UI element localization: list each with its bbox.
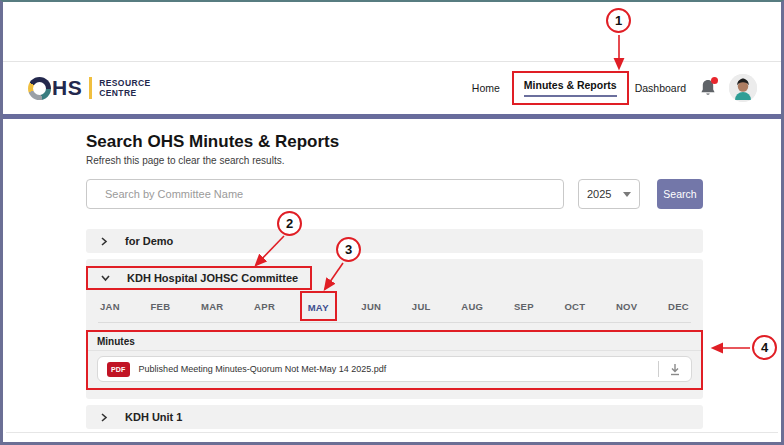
app-header: HS RESOURCE CENTRE Home Minutes & Report…: [3, 61, 781, 114]
minutes-divider: [88, 350, 701, 351]
month-tab-nov[interactable]: NOV: [616, 301, 638, 312]
month-tab-oct[interactable]: OCT: [564, 301, 585, 312]
month-tab-jun[interactable]: JUN: [361, 301, 381, 312]
annotation-box-minutes-reports: Minutes & Reports: [512, 71, 629, 105]
ohs-ring-icon: [28, 77, 51, 100]
nav-item-dashboard[interactable]: Dashboard: [635, 82, 686, 94]
search-button[interactable]: Search: [657, 179, 703, 209]
logo-divider: [89, 77, 92, 99]
nav-item-minutes-reports[interactable]: Minutes & Reports: [524, 79, 617, 91]
month-tab-aug[interactable]: AUG: [461, 301, 483, 312]
committee-accordion-list: for Demo KDH Hospital JOHSC Committee JA…: [86, 229, 703, 429]
month-tab-jan[interactable]: JAN: [100, 301, 120, 312]
chevron-down-icon: [101, 274, 110, 282]
committee-search-input[interactable]: [86, 179, 564, 209]
committee-name: for Demo: [125, 235, 173, 247]
minutes-file-name: Published Meeting Minutes-Quorum Not Met…: [139, 364, 658, 374]
logo-brand-text: HS: [52, 76, 82, 100]
footer-separator: [6, 432, 778, 433]
chevron-down-icon: [623, 192, 631, 197]
accordion-row-kdh-unit-1[interactable]: KDH Unit 1: [86, 405, 703, 429]
accordion-row-for-demo[interactable]: for Demo: [86, 229, 703, 253]
search-page: Search OHS Minutes & Reports Refresh thi…: [3, 119, 781, 429]
active-nav-underline: [524, 95, 617, 97]
top-margin-strip: [3, 2, 781, 61]
notification-dot: [711, 77, 718, 84]
avatar-image: [729, 74, 757, 102]
year-select[interactable]: 2025: [578, 179, 640, 209]
main-nav: Home Minutes & Reports Dashboard: [472, 71, 757, 105]
committee-name: KDH Hospital JOHSC Committee: [127, 272, 298, 284]
month-tab-mar[interactable]: MAR: [201, 301, 224, 312]
month-tab-may[interactable]: MAY: [308, 302, 329, 313]
year-select-value: 2025: [587, 188, 611, 200]
download-button[interactable]: [659, 357, 691, 381]
annotation-box-may: MAY: [300, 291, 337, 321]
pdf-icon: PDF: [107, 362, 130, 377]
chevron-right-icon: [100, 413, 108, 422]
annotation-box-committee-header[interactable]: KDH Hospital JOHSC Committee: [86, 266, 312, 290]
month-tab-sep[interactable]: SEP: [514, 301, 534, 312]
chevron-right-icon: [100, 237, 108, 246]
nav-item-home[interactable]: Home: [472, 82, 500, 94]
month-tab-dec[interactable]: DEC: [668, 301, 689, 312]
months-divider: [98, 322, 691, 323]
ohs-logo: HS RESOURCE CENTRE: [28, 76, 151, 100]
month-tab-apr[interactable]: APR: [254, 301, 275, 312]
committee-name: KDH Unit 1: [125, 411, 182, 423]
page-title: Search OHS Minutes & Reports: [86, 132, 703, 152]
month-tab-feb[interactable]: FEB: [150, 301, 170, 312]
app-window: HS RESOURCE CENTRE Home Minutes & Report…: [0, 0, 784, 445]
month-tabs: JAN FEB MAR APR MAY JUN JUL AUG SEP OCT …: [86, 297, 703, 315]
minutes-section-label: Minutes: [97, 336, 692, 347]
minutes-file-row[interactable]: PDF Published Meeting Minutes-Quorum Not…: [97, 356, 692, 382]
accordion-section-kdh-hospital: KDH Hospital JOHSC Committee JAN FEB MAR…: [86, 259, 703, 399]
logo-tagline: RESOURCE CENTRE: [99, 78, 150, 98]
page-subtitle: Refresh this page to clear the search re…: [86, 155, 703, 166]
notifications-bell-icon[interactable]: [699, 78, 717, 98]
month-tab-jul[interactable]: JUL: [412, 301, 431, 312]
annotation-box-minutes-section: Minutes PDF Published Meeting Minutes-Qu…: [86, 330, 703, 390]
user-avatar[interactable]: [729, 74, 757, 102]
download-icon: [669, 363, 681, 376]
search-controls: 2025 Search: [86, 179, 703, 209]
